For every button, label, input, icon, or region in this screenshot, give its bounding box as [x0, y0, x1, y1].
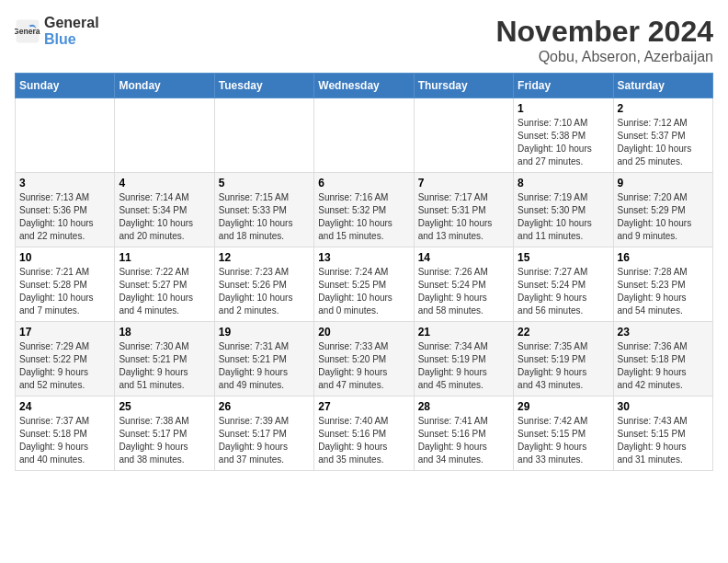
calendar-cell: 24Sunrise: 7:37 AM Sunset: 5:18 PM Dayli…	[16, 396, 115, 471]
calendar-cell: 13Sunrise: 7:24 AM Sunset: 5:25 PM Dayli…	[314, 247, 414, 322]
day-info: Sunrise: 7:24 AM Sunset: 5:25 PM Dayligh…	[318, 266, 409, 317]
day-number: 21	[418, 326, 509, 339]
day-info: Sunrise: 7:38 AM Sunset: 5:17 PM Dayligh…	[119, 415, 210, 466]
day-number: 19	[219, 326, 310, 339]
day-info: Sunrise: 7:37 AM Sunset: 5:18 PM Dayligh…	[19, 415, 110, 466]
day-number: 26	[219, 400, 310, 413]
calendar-cell: 23Sunrise: 7:36 AM Sunset: 5:18 PM Dayli…	[613, 322, 712, 396]
calendar-cell: 4Sunrise: 7:14 AM Sunset: 5:34 PM Daylig…	[115, 173, 214, 247]
weekday-header-row: SundayMondayTuesdayWednesdayThursdayFrid…	[16, 74, 713, 98]
day-number: 27	[318, 400, 409, 413]
day-info: Sunrise: 7:36 AM Sunset: 5:18 PM Dayligh…	[618, 340, 709, 392]
day-info: Sunrise: 7:28 AM Sunset: 5:23 PM Dayligh…	[618, 266, 709, 317]
day-number: 28	[418, 400, 509, 413]
logo: General General Blue	[15, 15, 99, 48]
calendar-cell	[414, 98, 513, 173]
day-info: Sunrise: 7:14 AM Sunset: 5:34 PM Dayligh…	[119, 191, 210, 243]
day-info: Sunrise: 7:10 AM Sunset: 5:38 PM Dayligh…	[518, 117, 609, 168]
day-info: Sunrise: 7:34 AM Sunset: 5:19 PM Dayligh…	[418, 340, 509, 392]
weekday-header: Thursday	[414, 74, 513, 98]
calendar-cell: 28Sunrise: 7:41 AM Sunset: 5:16 PM Dayli…	[414, 396, 513, 471]
day-number: 14	[418, 251, 509, 264]
calendar-cell: 19Sunrise: 7:31 AM Sunset: 5:21 PM Dayli…	[214, 322, 313, 396]
logo-text: General Blue	[44, 15, 99, 48]
day-info: Sunrise: 7:23 AM Sunset: 5:26 PM Dayligh…	[219, 266, 310, 317]
day-info: Sunrise: 7:39 AM Sunset: 5:17 PM Dayligh…	[219, 415, 310, 466]
day-number: 30	[618, 400, 709, 413]
calendar-cell	[115, 98, 214, 173]
calendar-cell: 21Sunrise: 7:34 AM Sunset: 5:19 PM Dayli…	[414, 322, 513, 396]
svg-text:General: General	[15, 27, 40, 36]
calendar-cell: 22Sunrise: 7:35 AM Sunset: 5:19 PM Dayli…	[514, 322, 613, 396]
day-info: Sunrise: 7:26 AM Sunset: 5:24 PM Dayligh…	[418, 266, 509, 317]
calendar-cell	[214, 98, 313, 173]
day-info: Sunrise: 7:29 AM Sunset: 5:22 PM Dayligh…	[19, 340, 110, 392]
calendar-cell: 16Sunrise: 7:28 AM Sunset: 5:23 PM Dayli…	[613, 247, 712, 322]
calendar-cell: 2Sunrise: 7:12 AM Sunset: 5:37 PM Daylig…	[613, 98, 712, 173]
day-number: 13	[318, 251, 409, 264]
day-number: 8	[518, 177, 609, 190]
page-header: General General Blue November 2024 Qobu,…	[15, 15, 713, 65]
day-number: 17	[19, 326, 110, 339]
day-info: Sunrise: 7:33 AM Sunset: 5:20 PM Dayligh…	[318, 340, 409, 392]
day-number: 5	[219, 177, 310, 190]
calendar-cell: 10Sunrise: 7:21 AM Sunset: 5:28 PM Dayli…	[16, 247, 115, 322]
calendar-cell: 26Sunrise: 7:39 AM Sunset: 5:17 PM Dayli…	[214, 396, 313, 471]
calendar-week-row: 24Sunrise: 7:37 AM Sunset: 5:18 PM Dayli…	[16, 396, 713, 471]
day-number: 12	[219, 251, 310, 264]
day-number: 7	[418, 177, 509, 190]
day-number: 4	[119, 177, 210, 190]
day-number: 9	[618, 177, 709, 190]
day-info: Sunrise: 7:35 AM Sunset: 5:19 PM Dayligh…	[518, 340, 609, 392]
day-info: Sunrise: 7:16 AM Sunset: 5:32 PM Dayligh…	[318, 191, 409, 243]
calendar-week-row: 17Sunrise: 7:29 AM Sunset: 5:22 PM Dayli…	[16, 322, 713, 396]
day-info: Sunrise: 7:22 AM Sunset: 5:27 PM Dayligh…	[119, 266, 210, 317]
calendar-week-row: 10Sunrise: 7:21 AM Sunset: 5:28 PM Dayli…	[16, 247, 713, 322]
weekday-header: Tuesday	[214, 74, 313, 98]
day-number: 22	[518, 326, 609, 339]
weekday-header: Monday	[115, 74, 214, 98]
day-info: Sunrise: 7:40 AM Sunset: 5:16 PM Dayligh…	[318, 415, 409, 466]
title-block: November 2024 Qobu, Abseron, Azerbaijan	[495, 15, 713, 65]
weekday-header: Sunday	[16, 74, 115, 98]
day-info: Sunrise: 7:12 AM Sunset: 5:37 PM Dayligh…	[618, 117, 709, 168]
calendar-cell: 27Sunrise: 7:40 AM Sunset: 5:16 PM Dayli…	[314, 396, 414, 471]
day-number: 18	[119, 326, 210, 339]
day-number: 25	[119, 400, 210, 413]
calendar-cell	[16, 98, 115, 173]
calendar-cell: 5Sunrise: 7:15 AM Sunset: 5:33 PM Daylig…	[214, 173, 313, 247]
calendar-cell: 17Sunrise: 7:29 AM Sunset: 5:22 PM Dayli…	[16, 322, 115, 396]
day-info: Sunrise: 7:41 AM Sunset: 5:16 PM Dayligh…	[418, 415, 509, 466]
calendar-cell: 7Sunrise: 7:17 AM Sunset: 5:31 PM Daylig…	[414, 173, 513, 247]
calendar-week-row: 1Sunrise: 7:10 AM Sunset: 5:38 PM Daylig…	[16, 98, 713, 173]
calendar-cell: 3Sunrise: 7:13 AM Sunset: 5:36 PM Daylig…	[16, 173, 115, 247]
day-number: 1	[518, 102, 609, 115]
calendar-cell	[314, 98, 414, 173]
day-info: Sunrise: 7:15 AM Sunset: 5:33 PM Dayligh…	[219, 191, 310, 243]
day-number: 29	[518, 400, 609, 413]
calendar-cell: 30Sunrise: 7:43 AM Sunset: 5:15 PM Dayli…	[613, 396, 712, 471]
day-info: Sunrise: 7:27 AM Sunset: 5:24 PM Dayligh…	[518, 266, 609, 317]
day-number: 10	[19, 251, 110, 264]
calendar-cell: 6Sunrise: 7:16 AM Sunset: 5:32 PM Daylig…	[314, 173, 414, 247]
day-number: 16	[618, 251, 709, 264]
calendar-cell: 18Sunrise: 7:30 AM Sunset: 5:21 PM Dayli…	[115, 322, 214, 396]
day-info: Sunrise: 7:20 AM Sunset: 5:29 PM Dayligh…	[618, 191, 709, 243]
calendar-cell: 1Sunrise: 7:10 AM Sunset: 5:38 PM Daylig…	[514, 98, 613, 173]
month-title: November 2024	[495, 15, 713, 49]
calendar-cell: 20Sunrise: 7:33 AM Sunset: 5:20 PM Dayli…	[314, 322, 414, 396]
day-info: Sunrise: 7:17 AM Sunset: 5:31 PM Dayligh…	[418, 191, 509, 243]
calendar-cell: 15Sunrise: 7:27 AM Sunset: 5:24 PM Dayli…	[514, 247, 613, 322]
day-info: Sunrise: 7:19 AM Sunset: 5:30 PM Dayligh…	[518, 191, 609, 243]
day-info: Sunrise: 7:42 AM Sunset: 5:15 PM Dayligh…	[518, 415, 609, 466]
calendar-week-row: 3Sunrise: 7:13 AM Sunset: 5:36 PM Daylig…	[16, 173, 713, 247]
location-subtitle: Qobu, Abseron, Azerbaijan	[495, 49, 713, 65]
day-number: 15	[518, 251, 609, 264]
calendar-table: SundayMondayTuesdayWednesdayThursdayFrid…	[15, 73, 713, 471]
weekday-header: Wednesday	[314, 74, 414, 98]
day-number: 6	[318, 177, 409, 190]
day-info: Sunrise: 7:13 AM Sunset: 5:36 PM Dayligh…	[19, 191, 110, 243]
day-number: 11	[119, 251, 210, 264]
logo-icon: General	[15, 18, 40, 44]
weekday-header: Saturday	[613, 74, 712, 98]
